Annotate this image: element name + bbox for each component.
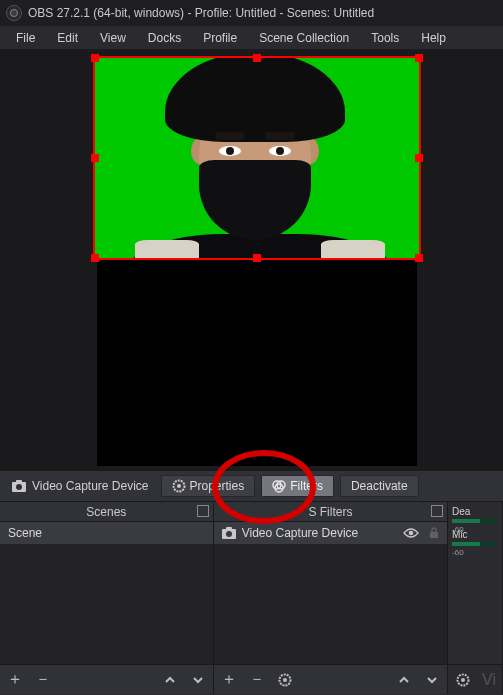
svg-point-4 <box>177 484 181 488</box>
titlebar: OBS 27.2.1 (64-bit, windows) - Profile: … <box>0 0 503 26</box>
remove-scene-button[interactable]: － <box>34 669 52 690</box>
sources-header[interactable]: S Filters <box>214 502 447 522</box>
scene-up-button[interactable] <box>161 674 179 686</box>
deactivate-button[interactable]: Deactivate <box>340 475 419 497</box>
scene-item-label: Scene <box>8 526 42 540</box>
chevron-down-icon <box>192 674 204 686</box>
scenes-panel: Scenes Scene ＋ － <box>0 502 214 694</box>
chevron-up-icon <box>164 674 176 686</box>
resize-handle-icon[interactable] <box>415 54 423 62</box>
selected-source-label: Video Capture Device <box>6 476 155 496</box>
audio-track-name: Dea <box>452 506 498 517</box>
audio-mixer-panel: Dea -60 Mic -60 Vi <box>448 502 503 694</box>
source-item-label: Video Capture Device <box>242 526 359 540</box>
audio-meter: -60 <box>452 542 498 546</box>
source-properties-button[interactable] <box>276 673 294 687</box>
remove-source-button[interactable]: － <box>248 669 266 690</box>
svg-point-11 <box>409 531 414 536</box>
popout-icon[interactable] <box>197 505 209 517</box>
audio-track: Dea -60 <box>452 506 498 523</box>
properties-button[interactable]: Properties <box>161 475 256 497</box>
menubar: File Edit View Docks Profile Scene Colle… <box>0 26 503 50</box>
source-item[interactable]: Video Capture Device <box>214 522 447 544</box>
sources-panel: S Filters Video Capture Device ＋ － <box>214 502 448 694</box>
svg-point-16 <box>461 678 465 682</box>
resize-handle-icon[interactable] <box>253 254 261 262</box>
svg-point-14 <box>283 678 287 682</box>
audio-meter: -60 <box>452 519 498 523</box>
menu-file[interactable]: File <box>6 28 45 48</box>
properties-label: Properties <box>190 479 245 493</box>
window-title: OBS 27.2.1 (64-bit, windows) - Profile: … <box>28 6 374 20</box>
filters-button[interactable]: Filters <box>261 475 334 497</box>
menu-scene-collection[interactable]: Scene Collection <box>249 28 359 48</box>
lock-icon <box>429 527 439 539</box>
scenes-list[interactable]: Scene <box>0 522 213 664</box>
camera-icon <box>222 527 236 539</box>
filters-icon <box>272 479 286 493</box>
scenes-title: Scenes <box>86 505 126 519</box>
menu-help[interactable]: Help <box>411 28 456 48</box>
camera-icon <box>12 480 26 492</box>
menu-profile[interactable]: Profile <box>193 28 247 48</box>
docks-row: Scenes Scene ＋ － S Filters Video Capture… <box>0 502 503 694</box>
source-down-button[interactable] <box>423 674 441 686</box>
scene-item[interactable]: Scene <box>0 522 213 544</box>
sources-title: S Filters <box>308 505 352 519</box>
svg-rect-1 <box>16 480 22 483</box>
resize-handle-icon[interactable] <box>415 254 423 262</box>
mixer-toolbar: Vi <box>448 664 502 694</box>
video-capture-preview <box>95 58 419 258</box>
add-source-button[interactable]: ＋ <box>220 669 238 690</box>
scenes-toolbar: ＋ － <box>0 664 213 694</box>
chevron-down-icon <box>426 674 438 686</box>
svg-point-10 <box>226 531 232 537</box>
menu-docks[interactable]: Docks <box>138 28 191 48</box>
source-up-button[interactable] <box>395 674 413 686</box>
resize-handle-icon[interactable] <box>91 54 99 62</box>
resize-handle-icon[interactable] <box>253 54 261 62</box>
scenes-header[interactable]: Scenes <box>0 502 213 522</box>
gear-icon <box>278 673 292 687</box>
obs-logo-icon <box>6 5 22 21</box>
menu-tools[interactable]: Tools <box>361 28 409 48</box>
svg-point-2 <box>16 484 22 490</box>
deactivate-label: Deactivate <box>351 479 408 493</box>
vert-divider: Vi <box>482 671 496 689</box>
preview-area[interactable] <box>0 50 503 470</box>
selected-source-name: Video Capture Device <box>32 479 149 493</box>
resize-handle-icon[interactable] <box>415 154 423 162</box>
scene-down-button[interactable] <box>189 674 207 686</box>
resize-handle-icon[interactable] <box>91 254 99 262</box>
preview-canvas[interactable] <box>97 56 417 466</box>
eye-icon <box>403 527 419 539</box>
popout-icon[interactable] <box>431 505 443 517</box>
source-context-toolbar: Video Capture Device Properties Filters … <box>0 470 503 502</box>
svg-rect-12 <box>430 532 438 538</box>
lock-toggle[interactable] <box>429 527 439 539</box>
visibility-toggle[interactable] <box>403 527 419 539</box>
add-scene-button[interactable]: ＋ <box>6 669 24 690</box>
menu-edit[interactable]: Edit <box>47 28 88 48</box>
sources-toolbar: ＋ － <box>214 664 447 694</box>
svg-rect-9 <box>226 527 232 530</box>
gear-icon <box>456 673 470 687</box>
menu-view[interactable]: View <box>90 28 136 48</box>
resize-handle-icon[interactable] <box>91 154 99 162</box>
sources-list[interactable]: Video Capture Device <box>214 522 447 664</box>
source-selection[interactable] <box>93 56 421 260</box>
chevron-up-icon <box>398 674 410 686</box>
gear-icon <box>172 479 186 493</box>
mixer-settings-button[interactable] <box>454 673 472 687</box>
filters-label: Filters <box>290 479 323 493</box>
